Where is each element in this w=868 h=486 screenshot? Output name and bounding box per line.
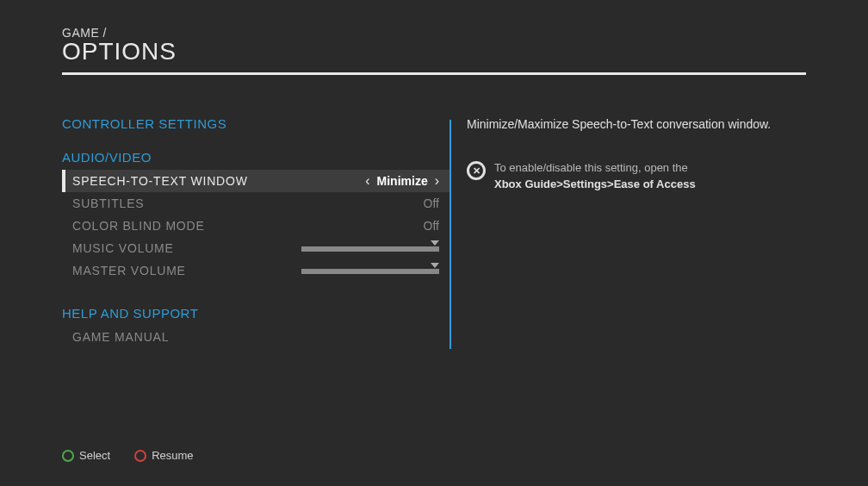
menu-music-volume[interactable]: MUSIC VOLUME — [62, 237, 450, 259]
menu-colorblind[interactable]: COLOR BLIND MODE Off — [62, 215, 450, 237]
slider-master[interactable] — [301, 265, 439, 277]
section-controller-settings[interactable]: CONTROLLER SETTINGS — [62, 116, 450, 131]
vertical-divider — [450, 120, 451, 349]
menu-label-subtitles: SUBTITLES — [72, 196, 424, 210]
chevron-right-icon[interactable]: › — [435, 173, 439, 189]
footer-resume-label: Resume — [152, 449, 193, 462]
left-panel: CONTROLLER SETTINGS AUDIO/VIDEO SPEECH-T… — [62, 116, 450, 348]
menu-master-volume[interactable]: MASTER VOLUME — [62, 259, 450, 282]
button-b-icon — [134, 450, 146, 462]
menu-label-master: MASTER VOLUME — [72, 264, 301, 277]
chevron-left-icon[interactable]: ‹ — [365, 173, 369, 189]
menu-value-colorblind: Off — [424, 219, 439, 233]
menu-game-manual[interactable]: GAME MANUAL — [62, 326, 450, 348]
xbox-icon — [467, 161, 486, 180]
footer-select: Select — [62, 449, 110, 462]
menu-label-speech: SPEECH-TO-TEXT WINDOW — [72, 174, 365, 188]
page-title: OPTIONS — [62, 38, 806, 65]
menu-label-colorblind: COLOR BLIND MODE — [72, 219, 424, 233]
menu-value-subtitles: Off — [424, 196, 439, 210]
menu-subtitles[interactable]: SUBTITLES Off — [62, 192, 450, 215]
slider-marker-icon — [431, 240, 439, 246]
button-a-icon — [62, 450, 74, 462]
menu-speech-to-text[interactable]: SPEECH-TO-TEXT WINDOW ‹ Minimize › — [62, 170, 450, 192]
hint-line-2: Xbox Guide>Settings>Ease of Access — [494, 178, 696, 190]
slider-marker-icon — [431, 263, 439, 268]
title-divider — [62, 72, 806, 75]
footer-select-label: Select — [79, 449, 110, 462]
setting-description: Minimize/Maximize Speech-to-Text convers… — [467, 116, 806, 134]
menu-label-music: MUSIC VOLUME — [72, 241, 301, 255]
footer: Select Resume — [62, 449, 194, 462]
section-help-support: HELP AND SUPPORT — [62, 306, 450, 321]
menu-label-manual: GAME MANUAL — [72, 330, 439, 344]
footer-resume: Resume — [134, 449, 193, 462]
section-audio-video: AUDIO/VIDEO — [62, 150, 450, 165]
hint-row: To enable/disable this setting, open the… — [467, 159, 806, 193]
hint-line-1: To enable/disable this setting, open the — [494, 161, 688, 174]
menu-value-speech: Minimize — [377, 174, 428, 188]
slider-music[interactable] — [301, 242, 439, 254]
right-panel: Minimize/Maximize Speech-to-Text convers… — [450, 116, 806, 348]
